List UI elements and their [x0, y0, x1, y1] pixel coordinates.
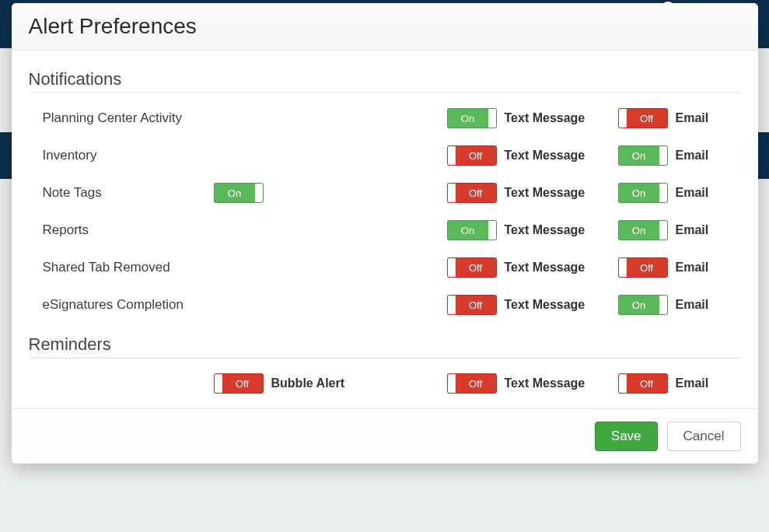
- toggle-reminders-default-text[interactable]: Off: [447, 373, 497, 394]
- toggle-note-tags-master[interactable]: On: [214, 183, 264, 203]
- email-channel-label: Email: [676, 111, 709, 125]
- email-channel-label: Email: [676, 223, 709, 237]
- email-channel-label: Email: [676, 298, 709, 312]
- notification-label: Reports: [43, 222, 214, 238]
- notification-row-note-tags: Note TagsOnOffText MessageOnEmail: [29, 174, 741, 212]
- alert-preferences-modal: Alert Preferences Notifications Planning…: [12, 3, 758, 464]
- notification-row-planning-center-activity: Planning Center ActivityOnText MessageOf…: [29, 100, 741, 137]
- toggle-inventory-email[interactable]: On: [618, 145, 668, 166]
- reminders-heading: Reminders: [29, 334, 741, 355]
- text-channel-label: Text Message: [505, 376, 585, 390]
- cancel-button[interactable]: Cancel: [667, 422, 741, 451]
- toggle-planning-center-activity-text[interactable]: On: [447, 108, 497, 128]
- toggle-shared-tab-removed-text[interactable]: Off: [447, 257, 497, 278]
- toggle-reminders-default-email[interactable]: Off: [618, 373, 668, 394]
- toggle-inventory-text[interactable]: Off: [447, 145, 497, 166]
- email-channel-label: Email: [676, 261, 709, 275]
- reminder-row-reminders-default: OffBubble AlertOffText MessageOffEmail: [29, 365, 741, 402]
- notification-label: eSignatures Completion: [43, 297, 214, 313]
- text-channel-label: Text Message: [505, 111, 585, 125]
- text-channel-label: Text Message: [505, 223, 585, 237]
- toggle-note-tags-email[interactable]: On: [618, 183, 668, 203]
- toggle-esignatures-completion-text[interactable]: Off: [447, 295, 497, 315]
- modal-footer: Save Cancel: [12, 408, 758, 464]
- save-button[interactable]: Save: [595, 422, 658, 451]
- email-channel-label: Email: [676, 186, 709, 200]
- modal-header: Alert Preferences: [12, 3, 758, 51]
- notification-label: Planning Center Activity: [43, 110, 214, 126]
- reminders-section: Reminders OffBubble AlertOffText Message…: [29, 334, 741, 402]
- text-channel-label: Text Message: [505, 298, 585, 312]
- notification-row-inventory: InventoryOffText MessageOnEmail: [29, 137, 741, 174]
- toggle-reminders-default-bubble[interactable]: Off: [214, 373, 264, 394]
- toggle-note-tags-text[interactable]: Off: [447, 183, 497, 203]
- email-channel-label: Email: [676, 149, 709, 163]
- notifications-section: Notifications Planning Center ActivityOn…: [29, 69, 741, 324]
- divider: [29, 358, 741, 359]
- divider: [29, 93, 741, 93]
- email-channel-label: Email: [676, 376, 709, 390]
- notification-row-esignatures-completion: eSignatures CompletionOffText MessageOnE…: [29, 286, 741, 324]
- toggle-reports-text[interactable]: On: [447, 220, 497, 240]
- text-channel-label: Text Message: [505, 149, 585, 163]
- toggle-planning-center-activity-email[interactable]: Off: [618, 108, 668, 128]
- text-channel-label: Text Message: [505, 186, 585, 200]
- toggle-reports-email[interactable]: On: [618, 220, 668, 240]
- notification-row-shared-tab-removed: Shared Tab RemovedOffText MessageOffEmai…: [29, 249, 741, 286]
- toggle-esignatures-completion-email[interactable]: On: [618, 295, 668, 315]
- notification-label: Inventory: [43, 148, 214, 163]
- notification-row-reports: ReportsOnText MessageOnEmail: [29, 212, 741, 249]
- bubble-channel-label: Bubble Alert: [271, 376, 345, 390]
- notification-label: Note Tags: [43, 185, 214, 201]
- text-channel-label: Text Message: [505, 261, 585, 275]
- toggle-shared-tab-removed-email[interactable]: Off: [618, 257, 668, 278]
- notifications-heading: Notifications: [29, 69, 741, 89]
- notification-label: Shared Tab Removed: [43, 260, 214, 275]
- modal-title: Alert Preferences: [29, 14, 741, 39]
